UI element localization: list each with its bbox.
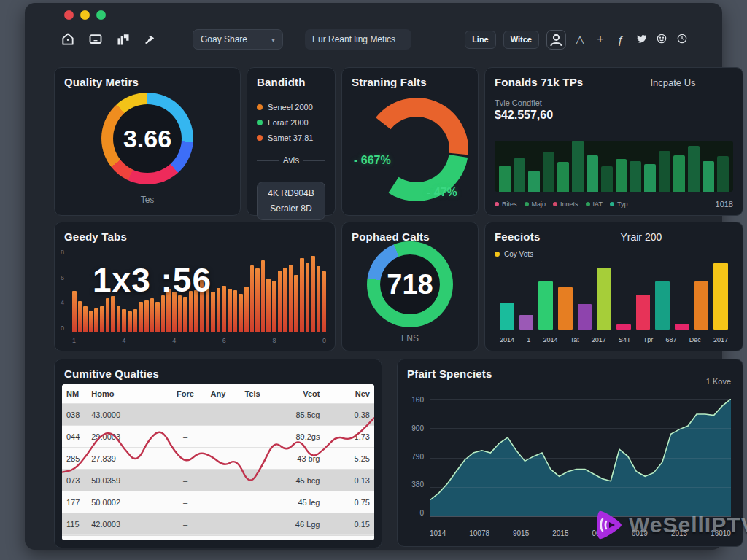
bar[interactable] — [578, 304, 592, 330]
bar[interactable] — [233, 290, 238, 332]
share-dropdown[interactable]: Goay Share ▾ — [193, 29, 283, 50]
resolution-button[interactable]: 4K RD904B Seraler 8D — [257, 182, 325, 220]
bar[interactable] — [150, 298, 155, 332]
table-row[interactable]: 28527.839–43 brg5.25 — [62, 448, 374, 470]
minimize-window-button[interactable] — [80, 10, 90, 20]
bar[interactable] — [211, 292, 215, 332]
wire-view-button[interactable]: Witce — [503, 31, 539, 49]
maximize-window-button[interactable] — [96, 10, 106, 20]
bar[interactable] — [111, 296, 115, 332]
plus-icon[interactable]: + — [594, 33, 607, 46]
bar[interactable] — [100, 306, 104, 332]
bar[interactable] — [133, 309, 138, 332]
table-row[interactable]: 03843.0000–85.5cg0.38 — [62, 404, 374, 426]
bar[interactable] — [499, 166, 511, 192]
emoji-icon[interactable] — [655, 33, 668, 47]
bar[interactable] — [289, 265, 293, 332]
monitor-icon[interactable] — [86, 30, 105, 49]
bar[interactable] — [557, 162, 569, 192]
bar[interactable] — [122, 309, 126, 332]
bar[interactable] — [228, 289, 232, 332]
bar[interactable] — [255, 268, 260, 332]
bar[interactable] — [128, 311, 132, 332]
bar[interactable] — [239, 294, 243, 332]
bar[interactable] — [317, 266, 321, 332]
table-row[interactable]: NMHomoForeAnyTelsVeotNev — [62, 384, 374, 404]
bar[interactable] — [261, 260, 266, 332]
bar[interactable] — [183, 297, 187, 332]
bar[interactable] — [311, 256, 315, 332]
table-row[interactable]: 07350.0359–45 bcg0.13 — [62, 470, 374, 491]
bar-chart-icon[interactable] — [114, 30, 133, 49]
profile-icon[interactable] — [546, 30, 566, 50]
qualities-table[interactable]: NMHomoForeAnyTelsVeotNev03843.0000–85.5c… — [62, 384, 374, 540]
bar[interactable] — [597, 268, 611, 330]
bar[interactable] — [538, 281, 553, 330]
bar[interactable] — [278, 271, 282, 332]
bar[interactable] — [300, 258, 304, 332]
bar[interactable] — [250, 265, 255, 332]
clock-icon[interactable] — [676, 33, 689, 47]
bar[interactable] — [244, 287, 249, 332]
bar[interactable] — [659, 151, 670, 192]
fonalds-bar-chart[interactable] — [495, 141, 733, 192]
bar[interactable] — [139, 302, 143, 332]
table-row[interactable]: 11542.0003–46 Lgg0.15 — [62, 513, 374, 535]
bar[interactable] — [306, 262, 310, 332]
close-window-button[interactable] — [64, 10, 74, 20]
bar[interactable] — [644, 164, 656, 192]
home-icon[interactable] — [58, 30, 77, 49]
bar[interactable] — [675, 324, 689, 330]
pfairt-area-chart[interactable] — [430, 399, 731, 517]
twitter-icon[interactable] — [635, 33, 648, 47]
bar[interactable] — [294, 275, 298, 332]
bar[interactable] — [688, 146, 700, 192]
bar[interactable] — [717, 156, 729, 192]
bar[interactable] — [266, 279, 271, 332]
bar[interactable] — [703, 161, 714, 192]
bar[interactable] — [222, 286, 226, 332]
bar[interactable] — [83, 306, 88, 332]
bar[interactable] — [78, 301, 82, 332]
bar[interactable] — [543, 152, 554, 192]
bar[interactable] — [322, 271, 326, 332]
bar[interactable] — [558, 287, 573, 330]
bar[interactable] — [601, 166, 613, 192]
share-arrow-icon[interactable] — [142, 30, 160, 49]
bar[interactable] — [519, 315, 534, 330]
bar[interactable] — [587, 155, 598, 192]
bar[interactable] — [106, 298, 110, 332]
bar[interactable] — [89, 311, 93, 332]
pophaed-donut-chart[interactable]: 718 — [367, 241, 453, 327]
search-input[interactable] — [305, 29, 411, 50]
bar[interactable] — [673, 155, 685, 192]
bar[interactable] — [72, 291, 77, 332]
bar[interactable] — [217, 288, 221, 332]
bar[interactable] — [616, 159, 627, 192]
bar[interactable] — [630, 161, 641, 192]
line-view-button[interactable]: Line — [465, 31, 496, 49]
bar[interactable] — [528, 171, 540, 192]
bar[interactable] — [636, 295, 651, 330]
feeciots-bar-chart[interactable] — [500, 263, 728, 330]
bar[interactable] — [514, 158, 525, 192]
bar[interactable] — [616, 324, 631, 330]
bar[interactable] — [283, 268, 287, 332]
quality-gauge-chart[interactable]: 3.66 — [101, 93, 193, 184]
table-row[interactable]: 04429.0003–89.2gs1.73 — [62, 426, 374, 448]
bar[interactable] — [694, 281, 709, 330]
bar[interactable] — [161, 295, 166, 332]
bar[interactable] — [144, 300, 149, 332]
bar[interactable] — [655, 281, 670, 330]
bar[interactable] — [94, 308, 98, 332]
bar[interactable] — [155, 302, 160, 332]
bar[interactable] — [178, 295, 182, 332]
triangle-icon[interactable]: △ — [573, 33, 587, 46]
bar[interactable] — [500, 303, 514, 330]
bar[interactable] — [572, 141, 584, 192]
bar[interactable] — [272, 281, 276, 332]
bar[interactable] — [117, 306, 121, 332]
bar[interactable] — [713, 263, 728, 330]
function-icon[interactable]: ƒ — [614, 34, 627, 46]
table-row[interactable]: 17750.0002–45 leg0.75 — [62, 491, 374, 513]
